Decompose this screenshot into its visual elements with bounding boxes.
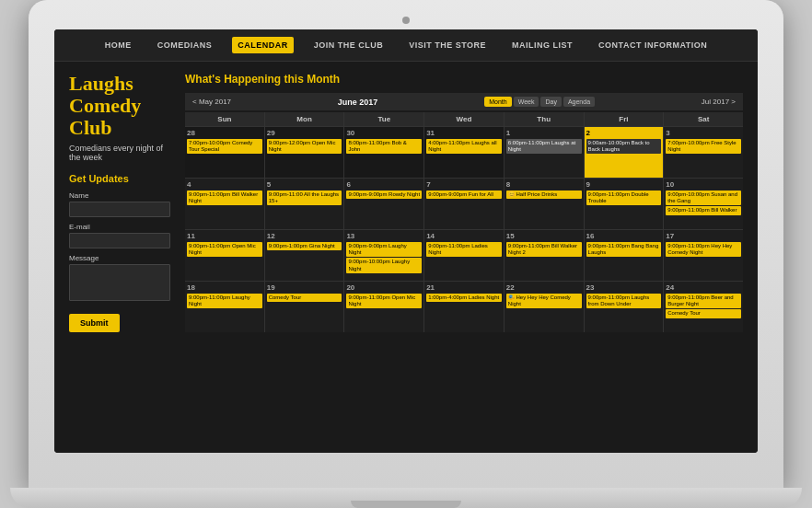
cal-event[interactable]: 8:00pm-11:00pm Bob & John [346, 139, 422, 154]
cal-event[interactable]: 9:00pm-11:00pm Ladies Night [426, 242, 502, 257]
cal-date-7: 7 [426, 180, 502, 189]
cal-cell-13[interactable]: 139:00pm-9:00pm Laughy Night9:00pm-10:00… [344, 230, 423, 281]
cal-event[interactable]: 9:00pm-11:00pm Beer and Burger Night [666, 294, 741, 308]
cal-date-13: 13 [346, 232, 422, 240]
nav-item-mailing-list[interactable]: MAILING LIST [506, 37, 578, 53]
nav-item-join-the-club[interactable]: JOIN THE CLUB [308, 37, 389, 53]
cal-prev-nav[interactable]: < May 2017 [192, 98, 231, 106]
cal-cell-12[interactable]: 129:00pm-1:00pm Gina Night [265, 230, 344, 281]
nav-item-comedians[interactable]: COMEDIANS [152, 37, 218, 53]
cal-cell-16[interactable]: 169:00pm-11:00pm Bang Bang Laughs [585, 230, 664, 281]
cal-event[interactable]: 9:00pm-11:00pm Hey Hey Comedy Night [666, 242, 741, 257]
cal-event[interactable]: 9:00pm-11:00 All the Laughs 15+ [267, 190, 342, 205]
cal-date-30: 30 [346, 129, 422, 137]
cal-event[interactable]: 4:00pm-11:00pm Laughs all Night [426, 139, 502, 154]
cal-event[interactable]: 9:00pm-10:00pm Susan and the Gang [666, 190, 741, 205]
cal-cell-4[interactable]: 49:00pm-11:00pm Bill Walker Night [185, 179, 264, 229]
name-input[interactable] [69, 202, 170, 217]
cal-cell-31[interactable]: 314:00pm-11:00pm Laughs all Night [424, 127, 504, 178]
cal-event[interactable]: 9:00pm-11:00pm Bang Bang Laughs [586, 242, 662, 257]
cal-view-btn-month[interactable]: Month [484, 97, 511, 107]
cal-cell-22[interactable]: 22🎭 Hey Hey Hey Comedy Night [505, 282, 584, 332]
cal-date-8: 8 [506, 180, 582, 189]
cal-cell-2[interactable]: 29:00am-10:00pm Back to Back Laughs [585, 127, 664, 178]
message-label: Message [69, 254, 170, 262]
cal-event[interactable]: 😊 Half Price Drinks [506, 190, 582, 199]
cal-date-17: 17 [666, 232, 741, 240]
cal-event[interactable]: 9:00pm-10:00pm Laughy Night [346, 258, 422, 272]
cal-date-31: 31 [426, 129, 502, 137]
cal-date-18: 18 [187, 283, 262, 292]
cal-date-2: 2 [586, 129, 662, 137]
cal-cell-30[interactable]: 308:00pm-11:00pm Bob & John [344, 127, 423, 178]
cal-cell-11[interactable]: 119:00pm-11:00pm Open Mic Night [185, 230, 264, 281]
cal-event[interactable]: 9:00pm-11:00pm Laughs from Down Under [586, 294, 662, 308]
cal-event[interactable]: Comedy Tour [666, 309, 741, 318]
cal-event[interactable]: 9:00pm-11:00pm Laughy Night [187, 294, 262, 308]
calendar-section-title: What's Happening this Month [185, 73, 743, 86]
cal-event[interactable]: 9:00pm-9:00pm Rowdy Night [346, 190, 422, 199]
cal-event[interactable]: 9:00pm-11:00pm Bill Walker Night [187, 190, 262, 205]
cal-event[interactable]: 9:00pm-9:00pm Laughy Night [346, 242, 422, 257]
cal-date-24: 24 [666, 283, 741, 292]
cal-date-5: 5 [267, 180, 342, 189]
cal-event[interactable]: 6:00pm-11:00pm Laughs at Night [506, 139, 582, 154]
cal-cell-20[interactable]: 209:00pm-11:00pm Open Mic Night [344, 282, 423, 332]
cal-event[interactable]: 🎭 Hey Hey Hey Comedy Night [506, 294, 582, 308]
cal-event[interactable]: 9:00am-10:00pm Back to Back Laughs [586, 139, 662, 154]
cal-cell-18[interactable]: 189:00pm-11:00pm Laughy Night [185, 282, 264, 332]
cal-event[interactable]: 9:00pm-12:00pm Open Mic Night [267, 139, 342, 154]
cal-date-11: 11 [187, 232, 262, 240]
cal-cell-9[interactable]: 99:00pm-11:00pm Double Trouble [585, 179, 664, 229]
cal-grid: SunMonTueWedThuFriSat287:00pm-10:00pm Co… [185, 112, 743, 332]
cal-event[interactable]: 9:00pm-11:00pm Open Mic Night [346, 294, 422, 308]
cal-view-buttons: MonthWeekDayAgenda [484, 97, 595, 107]
nav-item-contact-information[interactable]: CONTACT INFORMATION [593, 37, 713, 53]
cal-event[interactable]: 9:00pm-11:00pm Bill Walker [666, 206, 741, 214]
cal-cell-17[interactable]: 179:00pm-11:00pm Hey Hey Comedy Night [664, 230, 743, 281]
nav-item-home[interactable]: HOME [99, 37, 137, 53]
cal-view-btn-day[interactable]: Day [540, 97, 561, 107]
nav-item-calendar[interactable]: CALENDAR [232, 37, 294, 53]
cal-view-btn-week[interactable]: Week [514, 97, 539, 107]
cal-cell-10[interactable]: 109:00pm-10:00pm Susan and the Gang9:00p… [664, 179, 743, 229]
cal-cell-23[interactable]: 239:00pm-11:00pm Laughs from Down Under [585, 282, 664, 332]
cal-cell-15[interactable]: 159:00pm-11:00pm Bill Walker Night 2 [505, 230, 584, 281]
cal-event[interactable]: 9:00pm-11:00pm Open Mic Night [187, 242, 262, 257]
cal-cell-6[interactable]: 69:00pm-9:00pm Rowdy Night [344, 179, 423, 229]
submit-button[interactable]: Submit [69, 314, 120, 332]
cal-event[interactable]: 9:00pm-11:00pm Double Trouble [586, 190, 662, 205]
cal-date-3: 3 [666, 129, 741, 137]
email-input[interactable] [69, 233, 170, 248]
cal-view-btn-agenda[interactable]: Agenda [563, 97, 595, 107]
cal-date-21: 21 [426, 283, 502, 292]
cal-event[interactable]: Comedy Tour [267, 294, 342, 302]
laptop-outer: HOMECOMEDIANSCALENDARJOIN THE CLUBVISIT … [29, 0, 783, 488]
cal-event[interactable]: 1:00pm-4:00pm Ladies Night [426, 294, 502, 302]
cal-date-12: 12 [267, 232, 342, 240]
cal-cell-24[interactable]: 249:00pm-11:00pm Beer and Burger NightCo… [664, 282, 743, 332]
cal-event[interactable]: 9:00pm-11:00pm Bill Walker Night 2 [506, 242, 582, 257]
name-label: Name [69, 191, 170, 200]
message-textarea[interactable] [69, 264, 170, 301]
cal-cell-28[interactable]: 287:00pm-10:00pm Comedy Tour Special [185, 127, 264, 178]
cal-event[interactable]: 9:00pm-9:00pm Fun for All [426, 190, 502, 199]
cal-next-nav[interactable]: Jul 2017 > [702, 98, 736, 106]
nav-item-visit-the-store[interactable]: VISIT THE STORE [403, 37, 492, 53]
cal-cell-3[interactable]: 37:00pm-10:00pm Free Style Night [664, 127, 743, 178]
cal-cell-5[interactable]: 59:00pm-11:00 All the Laughs 15+ [265, 179, 344, 229]
cal-event[interactable]: 7:00pm-10:00pm Comedy Tour Special [187, 139, 262, 154]
cal-event[interactable]: 9:00pm-1:00pm Gina Night [267, 242, 342, 250]
navbar: HOMECOMEDIANSCALENDARJOIN THE CLUBVISIT … [54, 29, 758, 62]
cal-cell-21[interactable]: 211:00pm-4:00pm Ladies Night [424, 282, 504, 332]
cal-cell-19[interactable]: 19Comedy Tour [265, 282, 344, 332]
cal-cell-29[interactable]: 299:00pm-12:00pm Open Mic Night [265, 127, 344, 178]
cal-cell-1[interactable]: 16:00pm-11:00pm Laughs at Night [505, 127, 584, 178]
cal-cell-14[interactable]: 149:00pm-11:00pm Ladies Night [424, 230, 504, 281]
cal-cell-7[interactable]: 79:00pm-9:00pm Fun for All [424, 179, 504, 229]
cal-cell-8[interactable]: 8😊 Half Price Drinks [505, 179, 584, 229]
cal-date-23: 23 [586, 283, 662, 292]
cal-date-6: 6 [346, 180, 422, 189]
cal-event[interactable]: 7:00pm-10:00pm Free Style Night [666, 139, 741, 154]
webcam [402, 17, 410, 24]
